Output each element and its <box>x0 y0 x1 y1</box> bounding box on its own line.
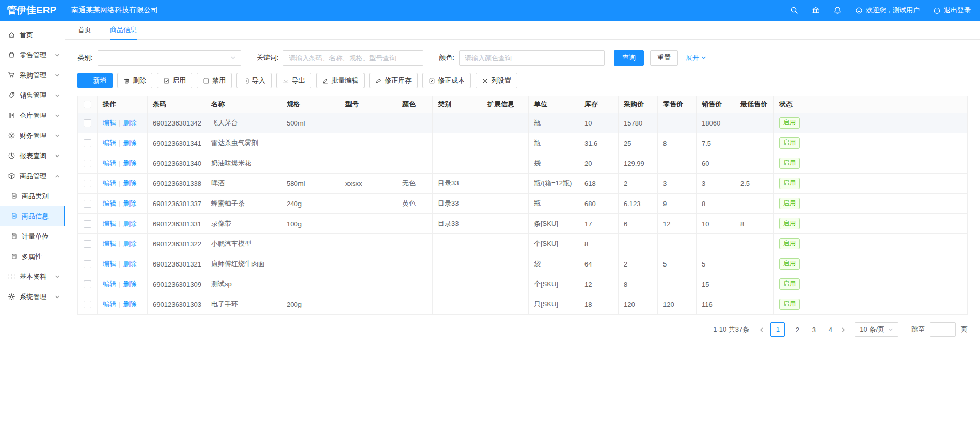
disable-button[interactable]: 禁用 <box>197 73 232 88</box>
edit-link[interactable]: 编辑 <box>103 220 116 227</box>
color-label: 颜色: <box>439 53 454 62</box>
delete-link[interactable]: 删除 <box>123 300 136 308</box>
bank-icon[interactable] <box>812 6 820 14</box>
tab-active[interactable]: 商品信息 <box>110 21 137 40</box>
edit-link[interactable]: 编辑 <box>103 240 116 247</box>
delete-link[interactable]: 删除 <box>123 280 136 288</box>
sidebar-item-home[interactable]: 首页 <box>0 25 65 45</box>
cell-sale_price: 7.5 <box>697 133 735 153</box>
cell-sale_price: 15 <box>697 274 735 294</box>
delete-link[interactable]: 删除 <box>123 179 136 187</box>
bell-icon[interactable] <box>833 6 842 14</box>
pagination-summary: 1-10 共37条 <box>713 325 749 334</box>
cell-ops: 编辑|删除 <box>98 254 148 274</box>
delete-link[interactable]: 删除 <box>123 159 136 167</box>
row-checkbox[interactable] <box>84 280 91 288</box>
stock-edit-button[interactable]: 修正库存 <box>369 73 418 88</box>
edit-link[interactable]: 编辑 <box>103 179 116 187</box>
cell-color <box>397 113 433 133</box>
delete-link[interactable]: 删除 <box>123 119 136 127</box>
columns-button[interactable]: 列设置 <box>476 73 517 88</box>
enable-button[interactable]: 启用 <box>157 73 192 88</box>
expand-link[interactable]: 展开 <box>686 53 706 62</box>
row-checkbox[interactable] <box>84 119 91 127</box>
prev-page-button[interactable] <box>757 327 765 333</box>
row-checkbox[interactable] <box>84 160 91 167</box>
page-button-3[interactable]: 3 <box>810 326 818 334</box>
top-header: 管伊佳ERP 南通某某网络科技有限公司 欢迎您，测试用户 退出登录 <box>0 0 980 21</box>
color-input[interactable] <box>459 50 605 66</box>
next-page-button[interactable] <box>840 327 847 333</box>
delete-link[interactable]: 删除 <box>123 220 136 227</box>
cell-name: 测试sp <box>206 274 281 294</box>
sidebar-item-basic[interactable]: 基本资料 <box>0 267 65 287</box>
cost-edit-button[interactable]: 修正成本 <box>422 73 471 88</box>
page-size-select[interactable]: 10 条/页 <box>855 322 898 337</box>
column-header-ext: 扩展信息 <box>482 96 529 113</box>
edit-button[interactable]: 批量编辑 <box>316 73 365 88</box>
sidebar-item-system[interactable]: 系统管理 <box>0 287 65 307</box>
search-button[interactable]: 查询 <box>614 50 644 66</box>
reset-button[interactable]: 重置 <box>650 50 678 66</box>
chevron-down-icon <box>55 53 60 58</box>
cell-min_price <box>735 254 774 274</box>
page-button-4[interactable]: 4 <box>826 326 834 334</box>
sidebar-subitem[interactable]: 商品类别 <box>0 186 65 206</box>
edit-link[interactable]: 编辑 <box>103 260 116 268</box>
row-checkbox[interactable] <box>84 139 91 147</box>
sidebar-subitem[interactable]: 计量单位 <box>0 226 65 246</box>
cell-ext <box>482 153 529 174</box>
row-checkbox[interactable] <box>84 220 91 228</box>
delete-link[interactable]: 删除 <box>123 139 136 147</box>
sidebar-item-retail[interactable]: 零售管理 <box>0 45 65 65</box>
cell-ext <box>482 194 529 214</box>
welcome-user[interactable]: 欢迎您，测试用户 <box>855 6 920 15</box>
sidebar-item-purchase[interactable]: 采购管理 <box>0 65 65 85</box>
plus-button[interactable]: 新增 <box>77 73 113 88</box>
import-button[interactable]: 导入 <box>236 73 272 88</box>
category-select[interactable] <box>98 50 241 66</box>
edit-link[interactable]: 编辑 <box>103 119 116 127</box>
chevron-down-icon <box>55 133 60 138</box>
stock-edit-icon <box>375 77 382 84</box>
basic-icon <box>8 273 15 280</box>
sidebar-subitem-active[interactable]: 商品信息 <box>0 206 65 226</box>
page-button-2[interactable]: 2 <box>793 326 801 334</box>
cell-unit: 瓶 <box>529 194 579 214</box>
sidebar-item-sales[interactable]: 销售管理 <box>0 85 65 105</box>
row-checkbox[interactable] <box>84 301 91 308</box>
sidebar-item-warehouse[interactable]: 仓库管理 <box>0 105 65 126</box>
keyword-input[interactable] <box>283 50 423 66</box>
cell-spec <box>281 133 340 153</box>
page-numbers: 1234 <box>770 322 834 337</box>
submenu-product: 商品类别商品信息计量单位多属性 <box>0 186 65 267</box>
row-checkbox[interactable] <box>84 200 91 208</box>
cell-name: 小鹏汽车模型 <box>206 234 281 254</box>
select-all-checkbox[interactable] <box>84 101 91 108</box>
edit-link[interactable]: 编辑 <box>103 139 116 147</box>
delete-link[interactable]: 删除 <box>123 199 136 207</box>
edit-link[interactable]: 编辑 <box>103 300 116 308</box>
row-checkbox[interactable] <box>84 240 91 248</box>
logout-button[interactable]: 退出登录 <box>933 6 971 15</box>
trash-button[interactable]: 删除 <box>117 73 152 88</box>
cell-unit: 个[SKU] <box>529 274 579 294</box>
edit-link[interactable]: 编辑 <box>103 199 116 207</box>
cell-ext <box>482 294 529 315</box>
jump-page-input[interactable] <box>930 322 956 337</box>
tab-item[interactable]: 首页 <box>78 21 91 40</box>
page-button-1[interactable]: 1 <box>770 322 785 337</box>
edit-link[interactable]: 编辑 <box>103 280 116 288</box>
delete-link[interactable]: 删除 <box>123 260 136 268</box>
cell-status: 启用 <box>774 294 968 315</box>
sidebar-subitem[interactable]: 多属性 <box>0 246 65 267</box>
row-checkbox[interactable] <box>84 260 91 268</box>
sidebar-item-finance[interactable]: 财务管理 <box>0 126 65 146</box>
sidebar-item-report[interactable]: 报表查询 <box>0 146 65 166</box>
export-button[interactable]: 导出 <box>276 73 311 88</box>
search-icon[interactable] <box>790 6 798 14</box>
delete-link[interactable]: 删除 <box>123 240 136 247</box>
row-checkbox[interactable] <box>84 180 91 187</box>
edit-link[interactable]: 编辑 <box>103 159 116 167</box>
sidebar-item-product[interactable]: 商品管理 <box>0 166 65 186</box>
